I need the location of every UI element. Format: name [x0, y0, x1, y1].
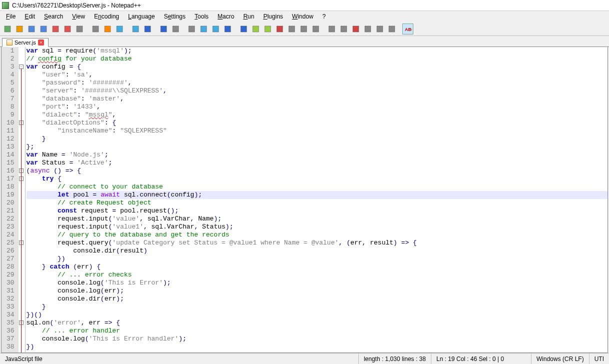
line-number: 12 [7, 135, 15, 143]
code-line[interactable]: let pool = await sql.connect(config); [27, 191, 607, 199]
wrap-icon[interactable] [238, 24, 249, 34]
code-line[interactable]: var config = { [27, 63, 607, 71]
code-line[interactable]: request.query('update Category set Statu… [27, 239, 607, 247]
code-line[interactable]: console.dir(err); [27, 295, 607, 303]
code-line[interactable]: request.input('value1', sql.VarChar, Sta… [27, 223, 607, 231]
line-number: 34 [7, 311, 15, 319]
code-line[interactable]: } catch (err) { [27, 263, 607, 271]
line-number: 38 [7, 343, 15, 351]
code-line[interactable]: console.log('This is Error handler'); [27, 335, 607, 343]
code-line[interactable]: "instanceName": "SQLEXPRESS" [27, 127, 607, 135]
code-area[interactable]: var sql = require('mssql');// config for… [26, 47, 607, 352]
code-line[interactable]: // config for your database [27, 55, 607, 63]
code-line[interactable]: // create Request object [27, 199, 607, 207]
replace-icon[interactable] [170, 24, 181, 34]
save-all-icon[interactable] [38, 24, 49, 34]
code-line[interactable]: try { [27, 175, 607, 183]
menu-settings[interactable]: Settings [160, 12, 189, 21]
undo-icon[interactable] [130, 24, 141, 34]
new-icon[interactable] [2, 24, 13, 34]
find-icon[interactable] [158, 24, 169, 34]
menu-tools[interactable]: Tools [191, 12, 213, 21]
print-icon[interactable] [74, 24, 85, 34]
code-line[interactable]: "server": '#######\\SQLEXPRESS', [27, 87, 607, 95]
code-line[interactable]: // ... error checks [27, 271, 607, 279]
code-line[interactable]: "user": 'sa', [27, 71, 607, 79]
svg-rect-11 [145, 26, 151, 32]
code-line[interactable]: var Status = 'Active'; [27, 159, 607, 167]
code-line[interactable]: } [27, 135, 607, 143]
line-number: 15 [7, 159, 15, 167]
menu-view[interactable]: View [68, 12, 89, 21]
stop-icon[interactable] [350, 24, 361, 34]
svg-rect-3 [41, 26, 47, 32]
code-line[interactable]: var sql = require('mssql'); [27, 47, 607, 55]
code-line[interactable]: var Name = 'Node.js'; [27, 151, 607, 159]
code-line[interactable]: }) [27, 343, 607, 351]
play-multi-icon[interactable] [374, 24, 385, 34]
code-line[interactable]: console.dir(result) [27, 247, 607, 255]
code-line[interactable]: }) [27, 255, 607, 263]
close-icon[interactable] [50, 24, 61, 34]
menu-encoding[interactable]: Encoding [90, 12, 123, 21]
spell-icon[interactable]: ABC [402, 24, 413, 34]
svg-rect-29 [377, 26, 383, 32]
code-line[interactable]: }; [27, 143, 607, 151]
code-line[interactable]: "dialectOptions": { [27, 119, 607, 127]
paste-icon[interactable] [114, 24, 125, 34]
func-list-icon[interactable] [298, 24, 309, 34]
code-line[interactable]: } [27, 303, 607, 311]
menu-window[interactable]: Window [288, 12, 318, 21]
redo-icon[interactable] [142, 24, 153, 34]
menu-run[interactable]: Run [239, 12, 258, 21]
open-icon[interactable] [14, 24, 25, 34]
line-number: 35 [7, 319, 15, 327]
menu-file[interactable]: File [2, 12, 20, 21]
code-line[interactable]: "dialect": "mssql", [27, 111, 607, 119]
menu-macro[interactable]: Macro [214, 12, 238, 21]
menu-help[interactable]: ? [318, 12, 330, 21]
record-icon[interactable] [338, 24, 349, 34]
tab-close-icon[interactable]: × [38, 40, 44, 46]
cut-icon[interactable] [90, 24, 101, 34]
zoom-out-icon[interactable] [198, 24, 209, 34]
code-line[interactable]: console.log('This is Error'); [27, 279, 607, 287]
zoom-in-icon[interactable] [186, 24, 197, 34]
code-line[interactable]: // query to the database and get the rec… [27, 231, 607, 239]
save-icon[interactable] [26, 24, 37, 34]
menu-search[interactable]: Search [40, 12, 67, 21]
code-line[interactable]: console.log(err); [27, 287, 607, 295]
code-line[interactable]: (async () => { [27, 167, 607, 175]
play-icon[interactable] [362, 24, 373, 34]
sync-v-icon[interactable] [210, 24, 221, 34]
sync-h-icon[interactable] [222, 24, 233, 34]
code-line[interactable]: "database": 'master', [27, 95, 607, 103]
code-line[interactable]: // connect to your database [27, 183, 607, 191]
line-number: 5 [7, 79, 15, 87]
menu-edit[interactable]: Edit [21, 12, 39, 21]
save-macro-icon[interactable] [386, 24, 397, 34]
folder-icon[interactable] [310, 24, 321, 34]
indent-icon[interactable] [262, 24, 273, 34]
code-editor[interactable]: 1234567891011121314151617181920212223242… [1, 47, 608, 353]
monitor-icon[interactable] [326, 24, 337, 34]
code-line[interactable]: const request = pool.request(); [27, 207, 607, 215]
code-line[interactable]: // ... error handler [27, 327, 607, 335]
line-number: 18 [7, 183, 15, 191]
close-all-icon[interactable] [62, 24, 73, 34]
code-line[interactable]: sql.on('error', err => { [27, 319, 607, 327]
code-line[interactable]: "port": '1433', [27, 103, 607, 111]
code-line[interactable]: request.input('value', sql.VarChar, Name… [27, 215, 607, 223]
code-line[interactable]: })() [27, 311, 607, 319]
all-chars-icon[interactable] [250, 24, 261, 34]
fold-column[interactable]: ------ [19, 47, 26, 352]
doc-map-icon[interactable] [286, 24, 297, 34]
menu-language[interactable]: Language [124, 12, 159, 21]
code-line[interactable]: "password": '########', [27, 79, 607, 87]
tab-server-js[interactable]: Server.js × [2, 38, 49, 47]
menu-plugins[interactable]: Plugins [259, 12, 287, 21]
lang-icon[interactable] [274, 24, 285, 34]
svg-rect-15 [201, 26, 207, 32]
line-number: 13 [7, 143, 15, 151]
copy-icon[interactable] [102, 24, 113, 34]
